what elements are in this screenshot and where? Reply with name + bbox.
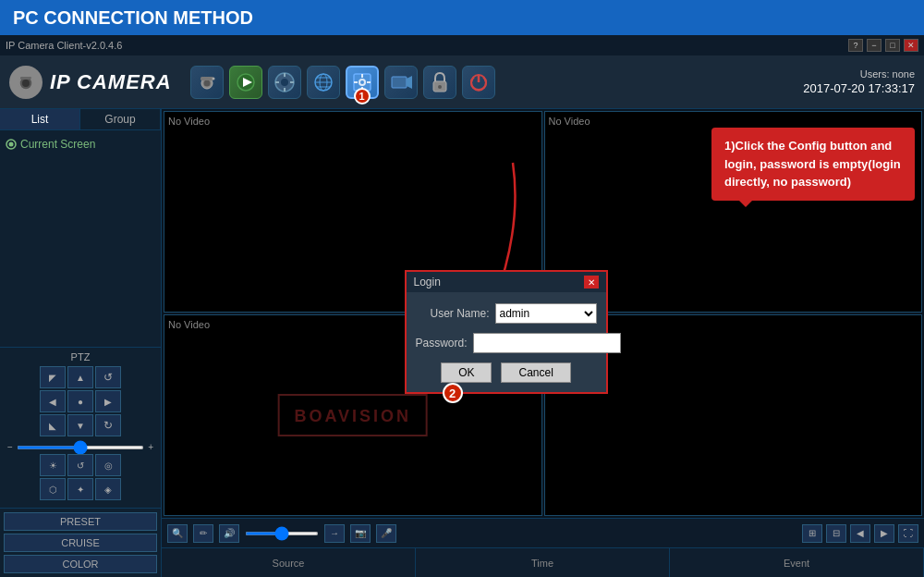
bottom-grid-9[interactable]: ⊟ xyxy=(826,524,846,543)
title-bar: IP Camera Client-v2.0.4.6 ? − □ ✕ xyxy=(0,35,924,55)
minimize-button[interactable]: − xyxy=(867,39,881,52)
bottom-zoom-in[interactable]: 🔍 xyxy=(167,524,188,543)
ptz-iris[interactable]: ⬡ xyxy=(40,478,66,500)
close-button[interactable]: ✕ xyxy=(904,39,918,52)
dialog-close-button[interactable]: ✕ xyxy=(584,276,599,288)
svg-point-5 xyxy=(203,80,210,86)
sidebar-tree-item[interactable]: Current Screen xyxy=(6,136,155,153)
record-toolbar-icon[interactable] xyxy=(384,66,418,99)
dialog-cancel-button[interactable]: Cancel xyxy=(501,362,570,383)
preset-button[interactable]: PRESET xyxy=(4,512,157,531)
svg-point-35 xyxy=(9,142,14,147)
boavision-watermark: BOAVISION xyxy=(277,394,428,436)
dialog-username-label: User Name: xyxy=(416,307,490,320)
svg-rect-24 xyxy=(361,74,363,78)
event-time: Time xyxy=(416,548,670,577)
svg-rect-28 xyxy=(392,77,407,88)
ptz-center[interactable]: ● xyxy=(67,390,93,412)
dialog-ok-button[interactable]: OK xyxy=(441,362,492,383)
ptz-zoom-row: − + xyxy=(4,440,157,454)
power-toolbar-icon[interactable] xyxy=(462,66,495,99)
sidebar-tab-group[interactable]: Group xyxy=(80,109,161,129)
ptz-zoom-in[interactable]: ☀ xyxy=(40,454,66,476)
config-toolbar-icon[interactable]: 1 xyxy=(346,66,379,99)
bottom-zoom-out[interactable]: ✏ xyxy=(193,524,213,543)
dialog-body: User Name: admin Password: OK xyxy=(407,292,606,392)
svg-rect-2 xyxy=(20,77,31,80)
help-button[interactable]: ? xyxy=(848,39,863,52)
camera-toolbar-icon[interactable] xyxy=(190,66,224,99)
svg-rect-6 xyxy=(201,77,213,80)
ptz-left[interactable]: ◀ xyxy=(40,390,66,412)
dialog-title-bar: Login ✕ xyxy=(407,272,606,292)
bottom-next-page[interactable]: ▶ xyxy=(874,524,894,543)
bottom-cam[interactable]: 📷 xyxy=(350,524,371,543)
cruise-button[interactable]: CRUISE xyxy=(4,534,157,552)
video-label-1: No Video xyxy=(168,116,210,127)
lock-toolbar-icon[interactable] xyxy=(423,66,456,99)
sidebar-tab-list[interactable]: List xyxy=(0,109,80,129)
banner-title: PC CONNECTION METHOD xyxy=(13,7,253,29)
video-label-3: No Video xyxy=(168,319,210,330)
ptz-section: PTZ ◤ ▲ ↺ ◀ ● ▶ ◣ ▼ ↻ − + xyxy=(0,347,161,508)
ptz-upleft[interactable]: ◤ xyxy=(40,366,66,388)
bottom-audio[interactable]: 🔊 xyxy=(219,524,239,543)
users-label: Users: none xyxy=(803,68,915,80)
bottom-grid-4[interactable]: ⊞ xyxy=(802,524,822,543)
svg-rect-27 xyxy=(367,81,371,83)
bottom-prev-page[interactable]: ◀ xyxy=(850,524,870,543)
login-dialog: Login ✕ User Name: admin Passwo xyxy=(405,270,608,394)
svg-point-1 xyxy=(22,80,30,87)
svg-point-23 xyxy=(360,80,364,84)
sidebar: List Group Current Screen PTZ ◤ ▲ xyxy=(0,109,162,577)
banner: PC CONNECTION METHOD xyxy=(0,0,924,35)
ptz-zoom-out[interactable]: ↺ xyxy=(67,454,93,476)
globe-toolbar-icon[interactable] xyxy=(307,66,340,99)
event-bar: Source Time Event xyxy=(162,547,924,577)
step1-badge: 1 xyxy=(354,88,371,104)
toolbar: IP CAMERA xyxy=(0,55,924,109)
brand-text: IP CAMERA xyxy=(50,70,172,94)
ptz-cw[interactable]: ↻ xyxy=(95,414,121,436)
bottom-next[interactable]: → xyxy=(324,524,345,543)
svg-marker-29 xyxy=(407,76,412,89)
datetime-label: 2017-07-20 17:33:17 xyxy=(803,81,915,95)
bottom-right-icons: ⊞ ⊟ ◀ ▶ ⛶ xyxy=(802,524,918,543)
bottom-mic[interactable]: 🎤 xyxy=(376,524,396,543)
event-event: Event xyxy=(670,548,924,577)
video-area: No Video No Video No Video BOAVISION xyxy=(162,109,924,518)
toolbar-right: Users: none 2017-07-20 17:33:17 xyxy=(803,68,915,95)
dialog-password-row: Password: xyxy=(416,333,597,353)
wheel-toolbar-icon[interactable] xyxy=(268,66,301,99)
dialog-password-input[interactable] xyxy=(473,333,621,353)
ptz-extra1[interactable]: ◎ xyxy=(95,454,121,476)
app-title: IP Camera Client-v2.0.4.6 xyxy=(6,40,122,51)
brand-camera-icon xyxy=(9,66,43,99)
brand-logo: IP CAMERA xyxy=(9,66,172,99)
ptz-right[interactable]: ▶ xyxy=(95,390,121,412)
ptz-focus[interactable]: ✦ xyxy=(67,478,93,500)
ptz-ccw[interactable]: ↺ xyxy=(95,366,121,388)
svg-rect-26 xyxy=(354,81,358,83)
maximize-button[interactable]: □ xyxy=(885,39,900,52)
dialog-buttons: OK Cancel xyxy=(416,362,597,383)
color-button[interactable]: COLOR xyxy=(4,555,157,573)
play-toolbar-icon[interactable] xyxy=(229,66,262,99)
dialog-username-select[interactable]: admin xyxy=(495,303,597,324)
title-bar-controls: ? − □ ✕ xyxy=(848,39,918,52)
dialog-title: Login xyxy=(414,276,441,288)
ptz-label: PTZ xyxy=(4,351,157,362)
ptz-extra2[interactable]: ◈ xyxy=(95,478,121,500)
sidebar-tree: Current Screen xyxy=(0,130,161,347)
bottom-fullscreen[interactable]: ⛶ xyxy=(898,524,918,543)
video-label-2: No Video xyxy=(549,116,590,127)
ptz-down[interactable]: ▼ xyxy=(67,414,93,436)
toolbar-icons: 1 xyxy=(190,66,804,99)
svg-point-31 xyxy=(438,85,442,89)
ptz-zoom-slider[interactable] xyxy=(17,446,144,449)
bottom-audio-slider[interactable] xyxy=(245,532,319,535)
ptz-up[interactable]: ▲ xyxy=(67,366,93,388)
step2-badge: 2 xyxy=(443,383,463,403)
sidebar-bottom-btns: PRESET CRUISE COLOR xyxy=(0,508,161,577)
ptz-downleft[interactable]: ◣ xyxy=(40,414,66,436)
